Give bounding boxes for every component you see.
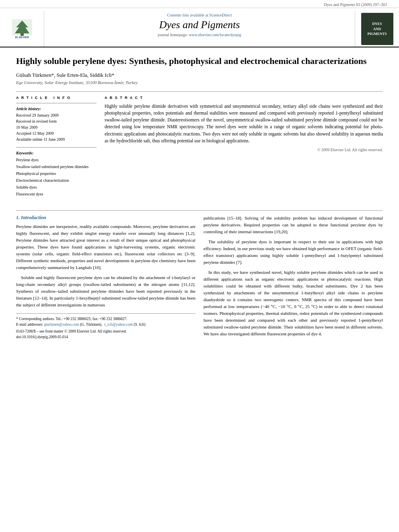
- authors-text: Gülsah Türkmen*, Sule Erten-Ela, Siddik …: [16, 72, 114, 78]
- copyright-text: © 2009 Elsevier Ltd. All rights reserved…: [105, 148, 383, 152]
- journal-header: ELSEVIER Contents lists available at Sci…: [0, 8, 399, 47]
- info-divider-top: [16, 103, 97, 103]
- page: Dyes and Pigments 83 (2009) 297–303 ELSE…: [0, 0, 399, 532]
- keywords-list: Perylene dyes Swallow-tailed substituted…: [16, 156, 97, 197]
- revised-date: 10 May 2009: [16, 124, 97, 130]
- homepage-label: journal homepage:: [158, 33, 188, 37]
- right-para-1: publications [15–18]. Solving of the sol…: [204, 215, 383, 235]
- dyes-pigments-logo: DYES AND PIGMENTS: [361, 13, 393, 45]
- keywords-block: Keywords: Perylene dyes Swallow-tailed s…: [16, 151, 97, 197]
- journal-logo-area: DYES AND PIGMENTS: [355, 11, 399, 47]
- keyword-1: Perylene dyes: [16, 156, 97, 163]
- article-content: Highly soluble perylene dyes: Synthesis,…: [0, 47, 399, 349]
- right-para-3: In this study, we have synthesized novel…: [204, 269, 383, 337]
- right-col-body-text: publications [15–18]. Solving of the sol…: [204, 215, 383, 338]
- sciencedirect-link[interactable]: ScienceDirect: [209, 13, 232, 17]
- keywords-label: Keywords:: [16, 151, 97, 155]
- keyword-6: Fluorescent dyes: [16, 191, 97, 197]
- email-1-link[interactable]: gturkmen@yahoo.com: [44, 322, 79, 327]
- authors: Gülsah Türkmen*, Sule Erten-Ela, Siddik …: [16, 72, 383, 78]
- intro-para-2: Soluble and highly fluorescent perylene …: [16, 274, 195, 308]
- sciencedirect-line: Contents lists available at ScienceDirec…: [52, 13, 347, 17]
- intro-para-1: Perylene diimides are inexpensive, readi…: [16, 223, 195, 271]
- journal-homepage: journal homepage: www.elsevier.com/locat…: [52, 33, 347, 37]
- info-divider-mid: [16, 147, 97, 148]
- right-para-2: The solubility of perylene dyes is impor…: [204, 238, 383, 266]
- journal-header-center: Contents lists available at ScienceDirec…: [44, 11, 355, 47]
- homepage-url[interactable]: www.elsevier.com/locate/dyepig: [189, 33, 241, 37]
- email-1-name: (G. Türkmen),: [80, 322, 103, 327]
- accepted-date: Accepted 12 May 2009: [16, 130, 97, 136]
- info-abstract-section: A R T I C L E I N F O Article history: R…: [16, 96, 383, 202]
- abstract-paragraph: Highly soluble perylene diimide derivati…: [105, 103, 383, 145]
- footnote-emails: E-mail addresses: gturkmen@yahoo.com (G.…: [16, 322, 195, 327]
- elsevier-logo: ELSEVIER: [10, 17, 34, 41]
- abstract-column: A B S T R A C T Highly soluble perylene …: [105, 96, 383, 202]
- doi-text: doi:10.1016/j.dyepig.2009.05.014: [16, 335, 195, 339]
- abstract-text: Highly soluble perylene diimide derivati…: [105, 103, 383, 145]
- journal-title: Dyes and Pigments: [52, 19, 347, 31]
- email-2-link[interactable]: s_icli@yahoo.com: [104, 322, 133, 327]
- svg-text:ELSEVIER: ELSEVIER: [15, 36, 29, 39]
- history-label: Article history:: [16, 107, 97, 111]
- body-col-right: publications [15–18]. Solving of the sol…: [204, 215, 383, 341]
- keyword-2: Swallow-tailed substituted perylene diim…: [16, 163, 97, 170]
- received-date: Received 29 January 2009: [16, 112, 97, 118]
- top-citation: Dyes and Pigments 83 (2009) 297–303: [324, 2, 387, 7]
- article-info-column: A R T I C L E I N F O Article history: R…: [16, 96, 97, 202]
- abstract-label: A B S T R A C T: [105, 96, 383, 100]
- issn-text: 0143-7208/$ – see front matter © 2009 El…: [16, 329, 195, 333]
- affiliation: Ege University, Solar Energy Institute, …: [16, 80, 383, 85]
- divider-2: [16, 210, 383, 211]
- article-title: Highly soluble perylene dyes: Synthesis,…: [16, 55, 383, 67]
- elsevier-logo-area: ELSEVIER: [0, 11, 44, 47]
- introduction-heading: 1. Introduction: [16, 215, 195, 221]
- keyword-4: Electrochemical characterization: [16, 177, 97, 184]
- footnote-corresponding: * Corresponding authors. Tel.: +90 232 3…: [16, 316, 195, 322]
- footnote-divider: [16, 313, 195, 314]
- intro-body-text: Perylene diimides are inexpensive, readi…: [16, 223, 195, 309]
- contents-available-text: Contents lists available at: [167, 13, 208, 17]
- email-2-name: (S. Icli): [134, 322, 146, 327]
- body-columns: 1. Introduction Perylene diimides are in…: [16, 215, 383, 341]
- revised-text: Received in revised form: [16, 118, 97, 124]
- keyword-3: Photophysical properties: [16, 170, 97, 177]
- divider-1: [16, 91, 383, 92]
- keyword-5: Soluble dyes: [16, 184, 97, 191]
- top-citation-bar: Dyes and Pigments 83 (2009) 297–303: [0, 0, 399, 8]
- available-date: Available online 11 June 2009: [16, 136, 97, 142]
- body-col-left: 1. Introduction Perylene diimides are in…: [16, 215, 195, 341]
- elsevier-tree-icon: ELSEVIER: [10, 17, 34, 39]
- article-info-label: A R T I C L E I N F O: [16, 96, 97, 100]
- article-history-block: Article history: Received 29 January 200…: [16, 107, 97, 142]
- emails-label: E-mail addresses:: [16, 322, 43, 327]
